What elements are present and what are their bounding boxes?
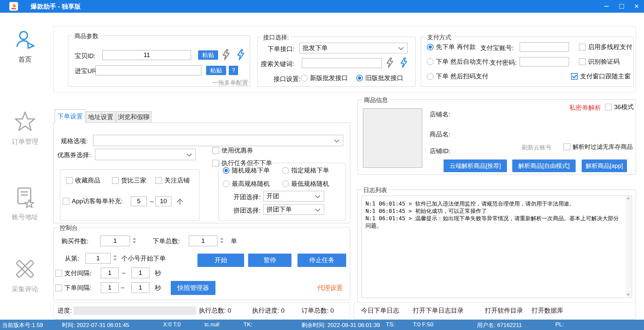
close-button[interactable]: ✕	[629, 0, 644, 13]
checkbox-label: 关注店铺	[164, 176, 190, 185]
sidebar-item-comments[interactable]: 采集评论	[0, 258, 50, 294]
refresh-cloud-link[interactable]: 刷新云账号	[522, 143, 552, 151]
from-stepper[interactable]	[113, 255, 117, 261]
minimize-button[interactable]	[599, 0, 614, 13]
item-id-input[interactable]	[102, 50, 191, 60]
tab-order-settings[interactable]: 下单设置	[55, 109, 85, 123]
alipay-input[interactable]	[520, 42, 569, 52]
captcha-checkbox[interactable]: 识别验证码	[579, 57, 620, 66]
radio-label: 最高规格随机	[232, 180, 270, 188]
favorite-checkbox[interactable]: 收藏商品	[66, 176, 100, 185]
status-xt: X:0 T:0	[163, 321, 181, 328]
log-entry: N:1 06:01:45 > 温馨提示：如出现下单失败等异常情况，请重新解析一次…	[366, 215, 620, 230]
pay-interval-min-input[interactable]	[101, 268, 119, 278]
checkbox-box	[66, 177, 73, 184]
bolt-blue-icon[interactable]	[398, 57, 410, 70]
from-suffix-label: 个小号开始下单	[121, 254, 166, 263]
help-button[interactable]: ?	[229, 66, 238, 75]
multi-order-config-link[interactable]: 一拖多单配置	[212, 79, 248, 87]
from-input[interactable]	[85, 253, 111, 264]
status-remaining: 剩余时间: 2022-08-31 06:01:39	[301, 321, 380, 329]
radio-circle	[427, 58, 434, 65]
tab-address-settings[interactable]: 地址设置	[86, 111, 115, 123]
random-spec-radio[interactable]: 随机规格下单	[223, 166, 270, 175]
pause-button[interactable]: 暂停	[248, 254, 291, 267]
chevron-down-icon	[399, 45, 404, 50]
radio-label: 旧版批发接口	[365, 74, 403, 82]
product-image-placeholder	[363, 108, 422, 168]
sidebar-item-orders[interactable]: 订单管理	[0, 110, 50, 146]
order-total-input[interactable]	[189, 236, 217, 246]
multithread-pay-checkbox[interactable]: 启用多线程支付	[579, 43, 632, 51]
order-interval-max-input[interactable]	[131, 282, 149, 293]
group-join-select[interactable]: 拼团下单	[263, 204, 324, 215]
group-open-select[interactable]: 开团	[263, 191, 324, 202]
sidebar-item-home[interactable]: 首页	[0, 28, 50, 64]
close-icon: ✕	[634, 3, 639, 10]
paste-item-id-button[interactable]: 粘贴	[198, 50, 218, 60]
keyword-input[interactable]	[302, 58, 382, 68]
paste-url-button[interactable]: 粘贴	[206, 66, 226, 75]
status-pl: PL:	[555, 321, 564, 328]
specified-spec-radio[interactable]: 指定规格下单	[282, 166, 329, 175]
bolt-gray-icon[interactable]	[384, 57, 396, 70]
private-coupon-link[interactable]: 私密券解析	[569, 103, 601, 112]
start-button[interactable]: 开始	[197, 254, 244, 267]
coupon-select[interactable]	[95, 149, 196, 160]
check-icon	[572, 74, 577, 79]
app-parse-button[interactable]: 解析商品[app]	[582, 159, 627, 172]
log-scrollbar[interactable]	[626, 196, 631, 297]
auto-pay-radio[interactable]: 下单 然后自动支付.	[427, 57, 490, 66]
scroll-up-icon[interactable]	[627, 197, 630, 199]
status-ts: TS:	[386, 321, 395, 328]
pay-password-input[interactable]	[520, 57, 569, 66]
visitor-unit-label: 个	[177, 198, 183, 206]
follow-shop-checkbox[interactable]: 关注店铺	[155, 176, 190, 185]
buy-count-stepper[interactable]	[132, 238, 137, 243]
scan-pay-radio[interactable]: 下单 然后扫码支付	[427, 72, 488, 81]
app-visitor-checkbox[interactable]: App访客每单补充:	[63, 197, 123, 206]
status-bar: 当前版本号:1.59 时间: 2022-07-31 06:01:45 X:0 T…	[0, 320, 644, 330]
open-app-dir-link[interactable]: 打开软件目录	[485, 306, 523, 315]
compare-checkbox[interactable]: 货比三家	[112, 176, 146, 185]
order-then-pay-radio[interactable]: 先下单 再付款	[427, 43, 476, 51]
bolt-blue-icon[interactable]	[235, 49, 247, 62]
pay-interval-checkbox[interactable]: 支付间隔:	[55, 269, 91, 278]
free-parse-button[interactable]: 解析商品[自由模式]	[512, 159, 576, 172]
use-coupon-checkbox[interactable]: 使用优惠券	[212, 146, 253, 155]
order-api-select[interactable]: 批发下单	[299, 43, 408, 53]
visitor-max-input[interactable]	[155, 196, 171, 206]
tab-browse-chat[interactable]: 浏览和假聊	[116, 111, 151, 123]
follow-window-checkbox[interactable]: 支付窗口跟随主窗	[571, 72, 631, 81]
highest-spec-radio[interactable]: 最高规格随机	[223, 180, 270, 188]
old-api-radio[interactable]: 旧版批发接口	[356, 74, 403, 82]
checkbox-label: 使用优惠券	[221, 146, 253, 155]
visitor-min-input[interactable]	[131, 196, 147, 206]
item-id-label: 宝贝ID:	[75, 52, 95, 60]
bolt-gray-icon[interactable]	[220, 49, 232, 62]
order-total-stepper[interactable]	[219, 238, 224, 243]
pay-interval-max-input[interactable]	[131, 268, 149, 278]
order-interval-checkbox[interactable]: 下单间隔:	[55, 284, 91, 292]
stop-button[interactable]: 停止任务	[297, 254, 346, 267]
buy-count-input[interactable]	[100, 236, 130, 246]
cloud-parse-button[interactable]: 云端解析商品[推荐]	[444, 159, 507, 172]
open-db-link[interactable]: 打开数据库	[532, 306, 563, 315]
sidebar-item-accounts[interactable]: 账号地址	[0, 186, 50, 222]
snapshot-manager-button[interactable]: 快照管理器	[171, 281, 215, 295]
open-log-dir-link[interactable]: 打开下单日志目录	[413, 306, 464, 315]
filter-nostock-checkbox[interactable]: 解析时过滤无库存商品	[564, 143, 633, 151]
progress-label: 进度:	[57, 306, 72, 315]
mode36-checkbox[interactable]: 36模式	[605, 103, 634, 111]
checkbox-box	[212, 160, 219, 167]
lowest-spec-radio[interactable]: 最低规格随机	[282, 180, 329, 188]
new-api-radio[interactable]: 新版批发接口	[301, 74, 348, 82]
today-log-link[interactable]: 今日下单日志	[361, 306, 399, 315]
scroll-down-icon[interactable]	[627, 294, 630, 296]
proxy-settings-link[interactable]: 代理设置	[317, 284, 343, 292]
order-interval-min-input[interactable]	[101, 282, 119, 293]
url-input[interactable]	[95, 65, 201, 75]
radio-circle	[427, 73, 434, 80]
spec-select[interactable]	[93, 135, 343, 146]
maximize-button[interactable]	[614, 0, 629, 13]
